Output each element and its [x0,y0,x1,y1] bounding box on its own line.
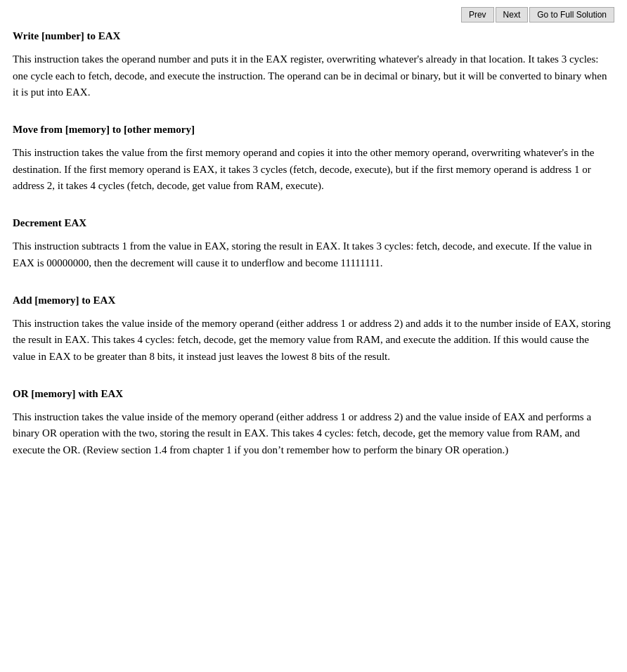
section-title-decrement-eax: Decrement EAX [13,215,614,231]
section-add-memory-eax: Add [memory] to EAXThis instruction take… [13,292,614,365]
section-or-memory-eax: OR [memory] with EAXThis instruction tak… [13,386,614,458]
section-decrement-eax: Decrement EAXThis instruction subtracts … [13,215,614,271]
section-body-decrement-eax: This instruction subtracts 1 from the va… [13,238,614,271]
prev-button[interactable]: Prev [461,7,494,22]
section-title-write-eax: Write [number] to EAX [13,28,614,44]
section-title-move-memory: Move from [memory] to [other memory] [13,122,614,138]
section-body-add-memory-eax: This instruction takes the value inside … [13,316,614,365]
section-write-eax: Write [number] to EAXThis instruction ta… [13,28,614,101]
section-body-move-memory: This instruction takes the value from th… [13,145,614,194]
next-button[interactable]: Next [496,7,529,22]
section-move-memory: Move from [memory] to [other memory]This… [13,122,614,194]
section-title-or-memory-eax: OR [memory] with EAX [13,386,614,402]
section-body-or-memory-eax: This instruction takes the value inside … [13,409,614,458]
full-solution-button[interactable]: Go to Full Solution [529,7,614,22]
section-title-add-memory-eax: Add [memory] to EAX [13,292,614,309]
section-body-write-eax: This instruction takes the operand numbe… [13,51,614,101]
